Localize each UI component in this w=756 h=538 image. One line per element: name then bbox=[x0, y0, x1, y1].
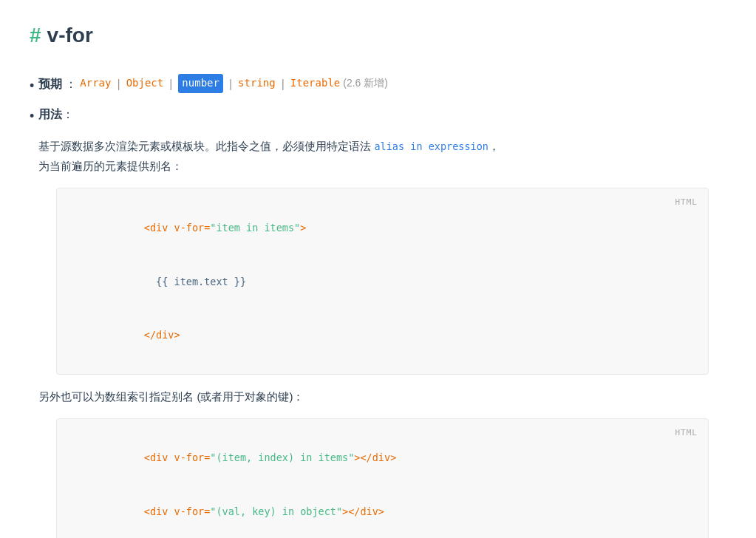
sep4: | bbox=[282, 74, 285, 94]
code2-attr1: v-for= bbox=[174, 452, 211, 463]
desc1-part2: ， bbox=[488, 140, 500, 152]
usage-colon: ： bbox=[62, 108, 74, 120]
code-string-1: "item in items" bbox=[210, 222, 300, 234]
type-number-highlighted: number bbox=[178, 74, 223, 93]
section-list: • 预期 ： Array | Object | number | string … bbox=[30, 74, 726, 538]
code-tag-close: > bbox=[300, 222, 306, 234]
code-interpolation: {{ item.text }} bbox=[144, 276, 246, 287]
expects-row: 预期 ： Array | Object | number | string | … bbox=[38, 74, 388, 94]
code-block-2-lang: HTML bbox=[675, 426, 698, 440]
code2-attr2: v-for= bbox=[174, 505, 211, 517]
sep2: | bbox=[169, 74, 172, 94]
desc1-line2: 为当前遍历的元素提供别名： bbox=[38, 160, 183, 172]
code-tag-closing: </div> bbox=[144, 329, 180, 341]
expects-item: • 预期 ： Array | Object | number | string … bbox=[30, 74, 726, 98]
code-line-1-2: {{ item.text }} bbox=[72, 254, 693, 308]
code-tag-open: <div bbox=[144, 222, 174, 234]
iterable-note: (2.6 新增) bbox=[343, 75, 388, 92]
type-iterable[interactable]: Iterable bbox=[290, 75, 340, 92]
page-container: # v-for • 预期 ： Array | Object | number |… bbox=[0, 0, 756, 538]
code-block-1-lang: HTML bbox=[675, 196, 698, 210]
code2-tag2: <div bbox=[144, 505, 174, 517]
type-object[interactable]: Object bbox=[126, 75, 164, 92]
code-block-1: HTML <div v-for="item in items"> {{ item… bbox=[56, 188, 709, 375]
code2-tag1: <div bbox=[144, 452, 174, 463]
usage-label: 用法 bbox=[38, 108, 62, 120]
code2-str2: "(val, key) in object" bbox=[210, 505, 342, 517]
usage-description1: 基于源数据多次渲染元素或模板块。此指令之值，必须使用特定语法 alias in … bbox=[38, 136, 726, 176]
sep1: | bbox=[117, 74, 120, 94]
usage-description2: 另外也可以为数组索引指定别名 (或者用于对象的键)： bbox=[38, 387, 726, 406]
code-line-1-1: <div v-for="item in items"> bbox=[72, 200, 693, 254]
code2-tag2-close: ></div> bbox=[342, 505, 384, 517]
alias-in-expression: alias in expression bbox=[374, 140, 488, 152]
expects-label: 预期 bbox=[38, 74, 62, 94]
page-title: # v-for bbox=[30, 18, 726, 53]
type-array[interactable]: Array bbox=[80, 75, 111, 92]
code-line-2-2: <div v-for="(val, key) in object"></div> bbox=[72, 485, 693, 538]
bullet-expects: • bbox=[30, 75, 34, 98]
type-string[interactable]: string bbox=[238, 75, 276, 92]
code-block-2: HTML <div v-for="(item, index) in items"… bbox=[56, 418, 709, 538]
hash-icon: # bbox=[30, 18, 41, 53]
sep3: | bbox=[229, 74, 232, 94]
code-line-1-3: </div> bbox=[72, 308, 693, 362]
expects-colon: ： bbox=[65, 74, 77, 94]
title-text: v-for bbox=[47, 18, 93, 53]
usage-item: • 用法： 基于源数据多次渲染元素或模板块。此指令之值，必须使用特定语法 ali… bbox=[30, 104, 726, 538]
code2-str1: "(item, index) in items" bbox=[210, 452, 354, 463]
code-line-2-1: <div v-for="(item, index) in items"></di… bbox=[72, 431, 693, 485]
code2-tag1-close: ></div> bbox=[354, 452, 396, 463]
code-attr-vfor: v-for= bbox=[174, 222, 211, 234]
bullet-usage: • bbox=[30, 105, 34, 128]
desc1-part1: 基于源数据多次渲染元素或模板块。此指令之值，必须使用特定语法 bbox=[38, 140, 374, 152]
